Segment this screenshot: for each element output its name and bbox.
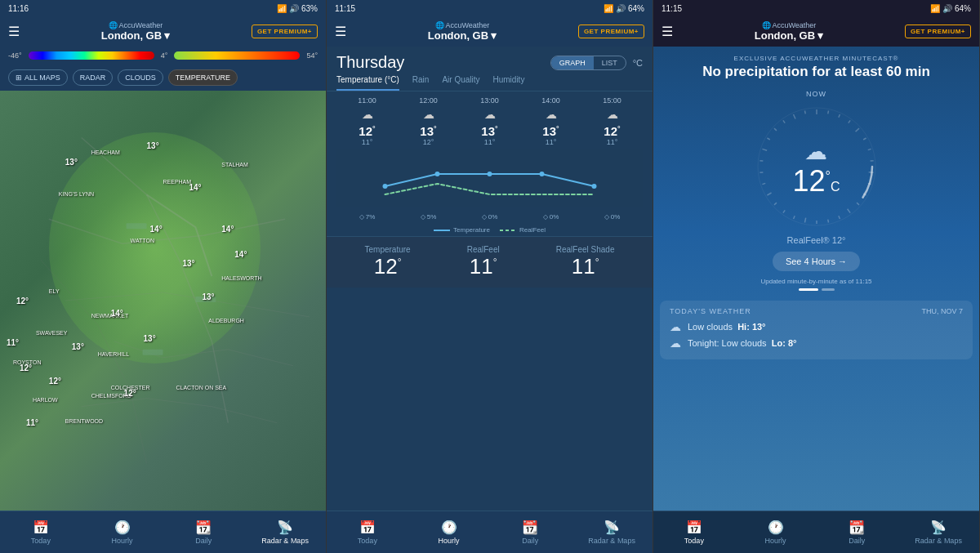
brand-3: 🌐 AccuWeather bbox=[755, 21, 823, 29]
nav-hourly-3[interactable]: 🕐 Hourly bbox=[735, 511, 817, 553]
svg-line-11 bbox=[838, 114, 840, 118]
map-temp-17: 11° bbox=[26, 418, 38, 427]
nav-hourly-1[interactable]: 🕐 Hourly bbox=[82, 511, 163, 553]
status-bar-2: 11:15 📶 🔊 64% bbox=[327, 0, 653, 16]
icon-col-4: ☁ bbox=[607, 108, 618, 121]
see-hours-btn[interactable]: See 4 Hours → bbox=[773, 252, 860, 271]
svg-line-26 bbox=[793, 216, 795, 219]
battery-1: 63% bbox=[301, 4, 318, 13]
tab-temperature[interactable]: Temperature (°C) bbox=[336, 75, 399, 91]
svg-line-38 bbox=[804, 111, 805, 114]
temp-gradient bbox=[29, 51, 154, 60]
wifi-icon-2: 🔊 bbox=[616, 4, 626, 13]
tw-text-1: Low clouds Hi: 13° bbox=[688, 322, 766, 332]
nav-today-label-3: Today bbox=[684, 537, 704, 545]
tab-air-quality[interactable]: Air Quality bbox=[442, 75, 479, 91]
nav-hourly-2[interactable]: 🕐 Hourly bbox=[408, 511, 490, 553]
precip-0: ◇ 7% bbox=[336, 213, 398, 221]
svg-line-23 bbox=[827, 220, 828, 223]
map-temp-14: 12° bbox=[49, 377, 61, 386]
tw-title: TODAY'S WEATHER bbox=[670, 307, 751, 315]
chevron-down-icon-1: ▾ bbox=[164, 29, 170, 42]
city-ely: ELY bbox=[49, 288, 60, 294]
location-3[interactable]: London, GB ▾ bbox=[755, 29, 823, 42]
svg-line-36 bbox=[782, 120, 784, 123]
nav-daily-3[interactable]: 📆 Daily bbox=[817, 511, 898, 553]
icon-col-3: ☁ bbox=[546, 108, 557, 121]
menu-icon-1[interactable]: ☰ bbox=[8, 24, 20, 39]
nav-radar-2[interactable]: 📡 Radar & Maps bbox=[571, 511, 653, 553]
bottom-nav-2: 📅 Today 🕐 Hourly 📆 Daily 📡 Radar & Maps bbox=[327, 511, 653, 553]
temperature-btn[interactable]: TEMPERATURE bbox=[168, 69, 238, 86]
precip-4: ◇ 0% bbox=[581, 213, 643, 221]
status-icons-2: 📶 🔊 64% bbox=[604, 4, 644, 13]
city-kingsLynn: KING'S LYNN bbox=[59, 191, 94, 197]
premium-btn-2[interactable]: GET PREMIUM+ bbox=[578, 25, 644, 38]
temp-max: 54° bbox=[306, 51, 318, 60]
menu-icon-2[interactable]: ☰ bbox=[335, 24, 346, 39]
no-precip: No precipitation for at least 60 min bbox=[663, 64, 969, 80]
radar-btn[interactable]: RADAR bbox=[73, 69, 114, 86]
exclusive-label: EXCLUSIVE ACCUWEATHER MINUTECAST® bbox=[663, 55, 969, 62]
content-3: EXCLUSIVE ACCUWEATHER MINUTECAST® No pre… bbox=[653, 47, 979, 511]
premium-btn-1[interactable]: GET PREMIUM+ bbox=[252, 25, 318, 38]
summary-realfeel-shade: RealFeel Shade 11° bbox=[556, 245, 615, 279]
tab-humidity[interactable]: Humidity bbox=[493, 75, 525, 91]
temp-min: -46° bbox=[8, 51, 22, 60]
tw-header: TODAY'S WEATHER THU, NOV 7 bbox=[670, 307, 963, 315]
svg-line-29 bbox=[767, 193, 771, 195]
nav-daily-2[interactable]: 📆 Daily bbox=[490, 511, 572, 553]
content-2: Thursday GRAPH LIST °C Temperature (°C) … bbox=[327, 47, 653, 511]
nav-radar-label-2: Radar & Maps bbox=[588, 537, 635, 545]
nav-today-3[interactable]: 📅 Today bbox=[653, 511, 735, 553]
location-2[interactable]: London, GB ▾ bbox=[428, 29, 497, 42]
nav-today-2[interactable]: 📅 Today bbox=[327, 511, 408, 553]
nav-daily-1[interactable]: 📆 Daily bbox=[163, 511, 245, 553]
summary-section: Temperature 12° RealFeel 11° RealFeel Sh… bbox=[327, 236, 653, 288]
nav-today-1[interactable]: 📅 Today bbox=[0, 511, 82, 553]
bottom-nav-3: 📅 Today 🕐 Hourly 📆 Daily 📡 Radar & Maps bbox=[653, 511, 979, 553]
map-temp-6: 13° bbox=[182, 259, 194, 268]
svg-point-6 bbox=[540, 172, 545, 176]
svg-rect-0 bbox=[127, 223, 147, 229]
realfeel-label: RealFeel® 12° bbox=[787, 235, 846, 245]
svg-line-15 bbox=[867, 149, 871, 149]
header-center-1: 🌐 AccuWeather London, GB ▾ bbox=[101, 21, 170, 42]
list-btn[interactable]: LIST bbox=[594, 56, 626, 69]
content-1: -46° 4° 54° ⊞ ALL MAPS RADAR CLOUDS TEMP… bbox=[0, 47, 326, 511]
tw-row-1: ☁ Low clouds Hi: 13° bbox=[670, 320, 963, 333]
tab-rain[interactable]: Rain bbox=[412, 75, 430, 91]
nav-today-label-2: Today bbox=[358, 537, 377, 545]
chart-legend: Temperature RealFeel bbox=[327, 224, 653, 236]
map-temp-1: 13° bbox=[65, 158, 78, 167]
svg-line-10 bbox=[827, 111, 828, 114]
chart-area bbox=[336, 149, 643, 207]
graph-btn[interactable]: GRAPH bbox=[551, 56, 594, 69]
graph-list-toggle: GRAPH LIST bbox=[550, 56, 626, 70]
brand-2: 🌐 AccuWeather bbox=[428, 21, 497, 29]
summary-temperature: Temperature 12° bbox=[365, 245, 411, 279]
menu-icon-3[interactable]: ☰ bbox=[662, 24, 673, 39]
premium-btn-3[interactable]: GET PREMIUM+ bbox=[905, 25, 971, 38]
nav-hourly-label-2: Hourly bbox=[439, 537, 460, 545]
svg-line-33 bbox=[762, 149, 767, 150]
map-temp-7: 14° bbox=[234, 250, 247, 259]
time-col-0: 11:00 bbox=[358, 96, 376, 105]
icon-col-1: ☁ bbox=[423, 108, 434, 121]
subtemp-col-1: 12° bbox=[423, 138, 434, 146]
map-area[interactable]: HEACHAM REEPHAM STALHAM KING'S LYNN WATT… bbox=[0, 91, 326, 511]
svg-line-21 bbox=[847, 209, 850, 213]
all-maps-btn[interactable]: ⊞ ALL MAPS bbox=[8, 69, 68, 86]
clouds-btn[interactable]: CLOUDS bbox=[118, 69, 163, 86]
location-1[interactable]: London, GB ▾ bbox=[101, 29, 170, 42]
nav-today-label-1: Today bbox=[31, 537, 51, 545]
tw-text-2: Tonight: Low clouds Lo: 8° bbox=[688, 338, 796, 348]
city-stalham: STALHAM bbox=[221, 162, 248, 167]
nav-radar-1[interactable]: 📡 Radar & Maps bbox=[244, 511, 326, 553]
nav-hourly-label-1: Hourly bbox=[112, 537, 133, 545]
nav-daily-label-3: Daily bbox=[849, 537, 865, 545]
status-icons-3: 📶 🔊 64% bbox=[930, 4, 971, 13]
temp-scale: -46° 4° 54° bbox=[0, 47, 326, 65]
nav-radar-3[interactable]: 📡 Radar & Maps bbox=[898, 511, 979, 553]
hour-col-0: 11:00 ☁ 12° 11° bbox=[336, 96, 398, 146]
